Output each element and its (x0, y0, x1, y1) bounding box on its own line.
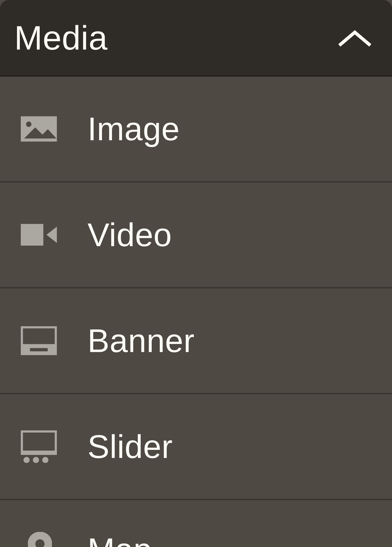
media-panel: Media Image (0, 0, 392, 547)
chevron-up-icon (337, 28, 372, 48)
svg-rect-3 (21, 224, 43, 246)
svg-point-10 (33, 457, 39, 463)
svg-rect-7 (30, 348, 48, 351)
banner-icon (21, 321, 59, 360)
svg-marker-4 (47, 227, 57, 243)
media-item-slider[interactable]: Slider (0, 394, 392, 500)
svg-point-12 (35, 539, 45, 547)
map-pin-icon (21, 531, 59, 547)
svg-rect-8 (21, 430, 57, 453)
section-title: Media (14, 18, 108, 57)
media-item-video[interactable]: Video (0, 183, 392, 288)
media-item-label: Map (88, 531, 152, 547)
media-section-header[interactable]: Media (0, 0, 392, 77)
media-list: Image Video Banner (0, 77, 392, 547)
media-item-label: Image (88, 110, 180, 148)
slider-icon (21, 427, 59, 466)
media-item-image[interactable]: Image (0, 77, 392, 183)
media-item-label: Slider (88, 428, 173, 465)
media-item-label: Banner (88, 322, 195, 360)
image-icon (21, 110, 59, 148)
media-item-banner[interactable]: Banner (0, 288, 392, 394)
svg-point-9 (24, 457, 29, 463)
media-item-label: Video (88, 216, 172, 254)
media-item-map[interactable]: Map (0, 500, 392, 547)
svg-point-1 (26, 121, 32, 127)
video-icon (21, 216, 59, 254)
svg-point-11 (42, 457, 48, 463)
